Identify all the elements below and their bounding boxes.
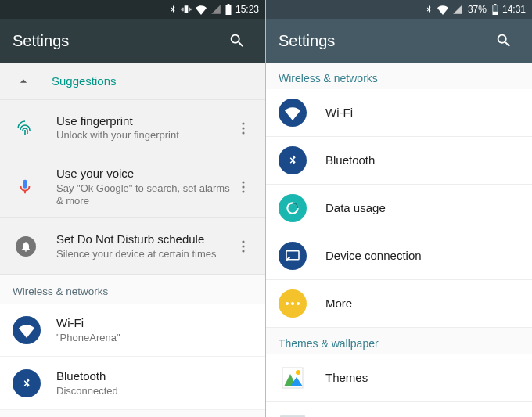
chevron-up-icon xyxy=(14,72,33,91)
battery-status-icon xyxy=(491,4,499,15)
more-vert-icon xyxy=(242,240,245,253)
item-subtitle: "PhoneArena" xyxy=(56,332,253,345)
search-icon xyxy=(228,32,246,49)
setting-wifi[interactable]: Wi-Fi xyxy=(266,89,532,137)
page-title: Settings xyxy=(279,32,488,50)
item-subtitle: Disconnected xyxy=(56,385,253,398)
svg-point-3 xyxy=(242,182,244,184)
data-usage-icon xyxy=(279,194,307,222)
svg-point-5 xyxy=(242,191,244,193)
svg-point-7 xyxy=(242,245,244,247)
bluetooth-status-icon xyxy=(168,4,178,15)
search-icon xyxy=(495,32,512,49)
fingerprint-icon xyxy=(16,119,34,138)
mic-icon xyxy=(16,178,34,196)
svg-point-11 xyxy=(286,302,289,305)
section-wireless: Wireless & networks xyxy=(0,275,265,304)
suggestion-title: Use fingerprint xyxy=(56,113,234,129)
svg-point-13 xyxy=(297,302,300,305)
wifi-icon xyxy=(13,316,41,344)
svg-point-12 xyxy=(291,302,294,305)
section-wireless: Wireless & networks xyxy=(266,63,532,89)
content-scroll[interactable]: Wireless & networks Wi-Fi Bluetooth Data… xyxy=(266,63,532,417)
suggestion-fingerprint[interactable]: Use fingerprint Unlock with your fingerp… xyxy=(0,100,265,156)
item-title: Bluetooth xyxy=(56,368,253,384)
svg-point-0 xyxy=(242,122,244,124)
right-device: 37% 14:31 Settings Wireless & networks W… xyxy=(266,0,532,417)
item-title: Data usage xyxy=(325,200,519,216)
suggestion-title: Set Do Not Disturb schedule xyxy=(56,232,234,247)
more-vert-icon xyxy=(242,181,245,193)
more-vert-icon xyxy=(242,122,245,135)
setting-device-connection[interactable]: Device connection xyxy=(266,232,532,280)
status-bar: 37% 14:31 xyxy=(266,0,532,19)
suggestion-subtitle: Say "Ok Google" to search, set alarms & … xyxy=(56,182,234,209)
app-bar: Settings xyxy=(266,19,532,63)
overflow-button[interactable] xyxy=(234,240,253,253)
svg-point-8 xyxy=(242,250,244,252)
left-device: 15:23 Settings Suggestions Use fingerpri… xyxy=(0,0,266,417)
suggestion-voice[interactable]: Use your voice Say "Ok Google" to search… xyxy=(0,156,265,218)
battery-percent: 37% xyxy=(468,4,487,15)
suggestion-title: Use your voice xyxy=(56,166,234,182)
svg-point-1 xyxy=(242,127,244,129)
signal-status-icon xyxy=(210,4,221,15)
themes-icon xyxy=(279,364,307,392)
cast-icon xyxy=(279,242,307,270)
setting-bluetooth[interactable]: Bluetooth Disconnected xyxy=(0,357,265,410)
svg-point-4 xyxy=(242,186,244,189)
item-title: Wi-Fi xyxy=(325,105,519,120)
suggestions-toggle[interactable]: Suggestions xyxy=(0,63,265,100)
battery-status-icon xyxy=(225,4,232,15)
setting-more[interactable]: More xyxy=(266,280,532,328)
item-title: Themes xyxy=(325,370,519,386)
status-time: 14:31 xyxy=(502,4,526,15)
vibrate-status-icon xyxy=(181,4,192,15)
setting-wifi[interactable]: Wi-Fi "PhoneArena" xyxy=(0,304,265,357)
content-scroll[interactable]: Suggestions Use fingerprint Unlock with … xyxy=(0,63,265,417)
bluetooth-icon xyxy=(13,369,41,397)
status-time: 15:23 xyxy=(235,4,259,15)
section-themes: Themes & wallpaper xyxy=(266,328,532,354)
suggestion-subtitle: Silence your device at certain times xyxy=(56,248,234,261)
svg-point-2 xyxy=(242,131,244,134)
svg-point-6 xyxy=(242,240,244,243)
wifi-status-icon xyxy=(437,4,449,15)
bluetooth-icon xyxy=(279,146,307,174)
setting-wallpaper[interactable]: Wallpaper xyxy=(266,402,532,417)
setting-themes[interactable]: Themes xyxy=(266,354,532,402)
suggestions-label: Suggestions xyxy=(52,74,117,88)
search-button[interactable] xyxy=(488,25,519,56)
page-title: Settings xyxy=(13,32,221,50)
item-title: Device connection xyxy=(325,248,519,264)
item-title: Bluetooth xyxy=(325,153,519,168)
search-button[interactable] xyxy=(221,25,253,56)
svg-point-17 xyxy=(296,370,300,375)
signal-status-icon xyxy=(452,4,463,15)
setting-data-usage[interactable]: Data usage xyxy=(266,185,532,232)
overflow-button[interactable] xyxy=(234,122,253,135)
wifi-status-icon xyxy=(195,4,207,15)
suggestion-dnd[interactable]: Set Do Not Disturb schedule Silence your… xyxy=(0,218,265,275)
suggestion-subtitle: Unlock with your fingerprint xyxy=(56,129,234,142)
dnd-icon xyxy=(16,236,36,257)
bluetooth-status-icon xyxy=(424,4,433,15)
wallpaper-icon xyxy=(279,412,307,417)
overflow-button[interactable] xyxy=(234,181,253,193)
setting-bluetooth[interactable]: Bluetooth xyxy=(266,137,532,185)
wifi-icon xyxy=(279,99,307,127)
app-bar: Settings xyxy=(0,19,265,63)
item-title: Wi-Fi xyxy=(56,315,253,331)
more-horiz-icon xyxy=(279,289,307,318)
item-title: More xyxy=(325,296,519,311)
status-bar: 15:23 xyxy=(0,0,265,19)
